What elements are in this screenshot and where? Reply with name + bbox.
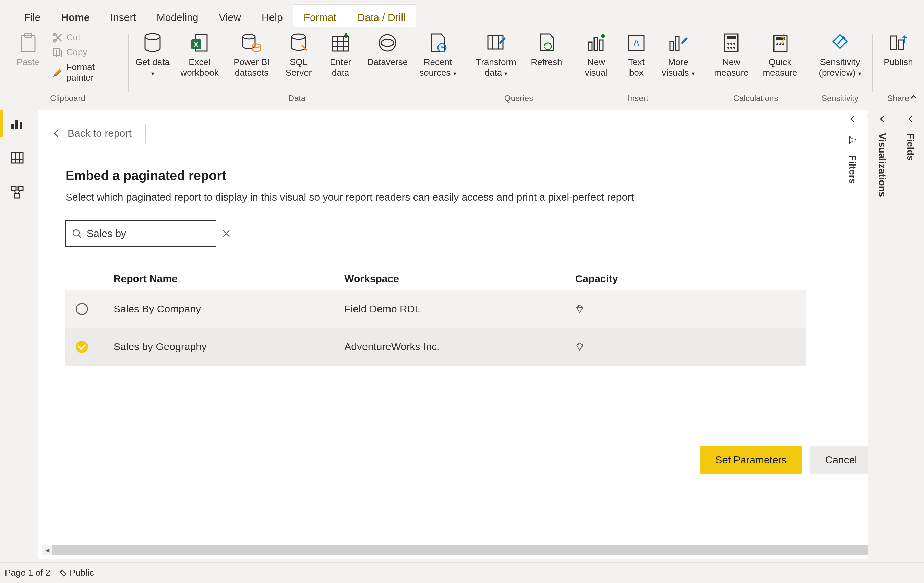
chevron-left-icon[interactable] [848,115,856,123]
transform-data-button[interactable]: Transform data ▾ [472,31,520,78]
cell-workspace: Field Demo RDL [344,303,575,315]
data-view-button[interactable] [0,140,34,175]
transform-label: Transform data ▾ [472,57,520,78]
more-visuals-button[interactable]: More visuals ▾ [659,31,697,78]
paintbrush-icon [53,67,63,78]
enter-data-label: Enter data [323,57,358,78]
paste-button[interactable]: Paste [14,31,43,68]
result-row[interactable]: Sales By Company Field Demo RDL [66,290,806,328]
back-label: Back to report [68,127,132,139]
status-bar: Page 1 of 2 Public [0,562,924,583]
sensitivity-status[interactable]: Public [59,568,94,578]
filter-pane-icon [848,135,857,145]
diamond-icon [575,342,806,351]
quick-measure-button[interactable]: Quick measure [759,31,800,78]
menu-tab-insert[interactable]: Insert [100,5,147,27]
report-view-button[interactable] [0,106,34,140]
new-visual-button[interactable]: New visual [579,31,613,78]
menu-tab-data-drill[interactable]: Data / Drill [347,5,416,27]
ribbon-group-data: Get data ▾ X Excel workbook Power BI dat… [129,27,465,106]
refresh-button[interactable]: Refresh [528,31,565,68]
chevron-left-icon[interactable] [906,115,914,123]
bar-chart-pencil-icon [668,31,688,55]
sensitivity-button[interactable]: Sensitivity (preview) ▾ [814,31,866,78]
text-box-button[interactable]: A Text box [621,31,652,78]
scroll-track[interactable] [53,545,889,555]
tag-small-icon [59,569,67,577]
model-view-button[interactable] [0,175,34,209]
calculator-lightning-icon [771,31,790,55]
recent-label: Recent sources ▾ [417,57,459,78]
tag-icon [830,31,850,55]
svg-point-35 [779,43,781,45]
svg-point-31 [733,47,736,49]
recent-sources-button[interactable]: Recent sources ▾ [417,31,459,78]
ribbon-group-queries: Transform data ▾ Refresh Queries [465,27,572,106]
sensitivity-group-label: Sensitivity [822,92,858,103]
get-data-button[interactable]: Get data ▾ [135,31,170,78]
paste-label: Paste [17,57,40,68]
filters-pane[interactable]: Filters [837,110,868,559]
new-measure-label: New measure [711,57,752,78]
sql-server-button[interactable]: SQL Server [282,31,316,78]
col-capacity: Capacity [575,273,806,285]
ribbon-collapse-button[interactable] [907,90,921,104]
dataverse-label: Dataverse [367,57,408,68]
clear-search-button[interactable] [222,229,231,238]
svg-rect-19 [600,40,603,50]
svg-point-29 [727,47,729,49]
bar-chart-icon [10,116,24,130]
radio-unselected[interactable] [76,303,88,315]
svg-rect-39 [11,124,14,129]
dataverse-icon [377,31,398,55]
fields-pane[interactable]: Fields [896,110,924,559]
svg-rect-40 [15,120,18,129]
svg-rect-22 [670,41,673,50]
dataverse-button[interactable]: Dataverse [365,31,410,68]
diamond-icon [575,304,806,314]
menu-tab-help[interactable]: Help [251,5,293,27]
cut-button[interactable]: Cut [50,31,122,44]
svg-point-26 [727,43,729,45]
search-input[interactable] [87,228,217,239]
svg-point-11 [252,44,261,47]
back-to-report-link[interactable]: Back to report [52,124,146,143]
right-panes: Filters Visualizations Fields [837,110,924,559]
svg-point-30 [730,47,733,49]
enter-data-button[interactable]: Enter data [323,31,358,78]
pbi-datasets-button[interactable]: Power BI datasets [229,31,274,78]
svg-rect-42 [11,153,23,163]
format-painter-button[interactable]: Format painter [50,60,122,84]
data-group-label: Data [288,92,306,103]
result-row[interactable]: Sales by Geography AdventureWorks Inc. [66,328,806,366]
clipboard-icon [19,31,37,55]
search-box[interactable] [66,220,216,247]
chevron-left-icon [52,129,61,138]
menu-tab-modeling[interactable]: Modeling [147,5,209,27]
horizontal-scrollbar[interactable]: ◀ ▶ [42,545,899,555]
excel-button[interactable]: X Excel workbook [177,31,222,78]
menu-tab-home[interactable]: Home [51,5,100,27]
visualizations-pane[interactable]: Visualizations [868,110,896,559]
menu-tab-view[interactable]: View [208,5,251,27]
cut-label: Cut [66,32,80,43]
svg-point-34 [776,43,778,45]
svg-rect-18 [594,37,597,50]
menu-tab-format[interactable]: Format [293,5,347,27]
svg-point-12 [292,34,305,40]
chevron-left-icon[interactable] [878,115,886,123]
embed-panel: Embed a paginated report Select which pa… [66,168,883,366]
radio-selected[interactable] [76,340,88,353]
menu-tab-file[interactable]: File [14,5,51,27]
format-painter-label: Format painter [66,62,119,83]
page-indicator[interactable]: Page 1 of 2 [5,568,50,578]
fields-label: Fields [905,133,916,161]
calculations-group-label: Calculations [733,92,778,103]
publish-button[interactable]: Publish [879,31,917,68]
copy-button[interactable]: Copy [50,46,122,59]
scroll-left-arrow[interactable]: ◀ [42,545,53,555]
new-measure-button[interactable]: New measure [711,31,752,78]
set-parameters-button[interactable]: Set Parameters [700,446,802,474]
ribbon-group-sensitivity: Sensitivity (preview) ▾ Sensitivity [807,27,873,106]
result-table: Report Name Workspace Capacity Sales By … [66,268,806,366]
